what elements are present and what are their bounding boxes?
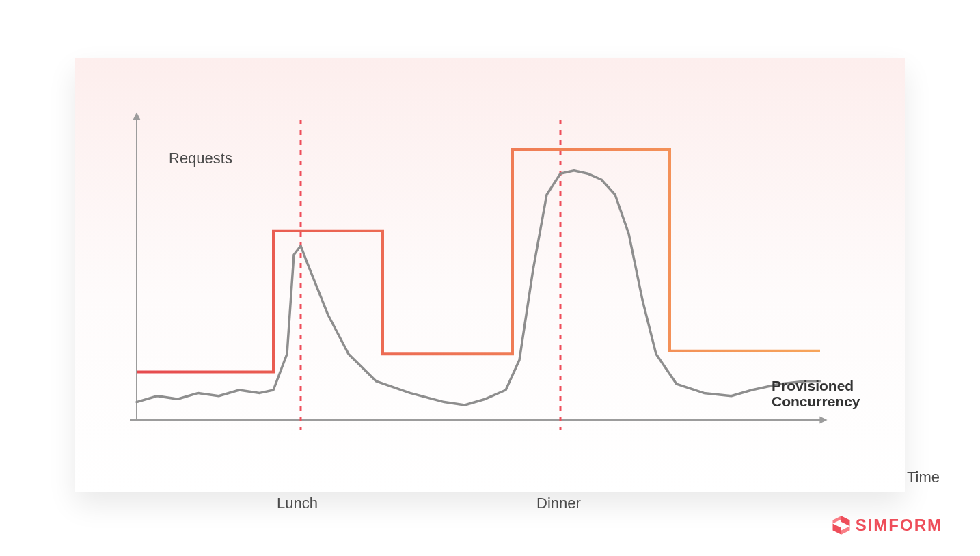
x-axis-label: Time <box>907 469 940 486</box>
provisioned-legend-line2: Concurrency <box>772 393 860 409</box>
brand-logo: SIMFORM <box>831 515 942 536</box>
provisioned-legend-line1: Provisioned <box>772 378 854 393</box>
provisioned-legend: Provisioned Concurrency <box>772 378 895 409</box>
axes <box>130 116 824 420</box>
chart-wrap <box>75 58 905 492</box>
chart-card: Requests Time Lunch Dinner Provisioned C… <box>75 58 905 492</box>
brand-name: SIMFORM <box>856 516 942 535</box>
requests-line <box>137 171 820 405</box>
simform-logo-icon <box>831 515 852 536</box>
annotation-lunch: Lunch <box>277 495 318 512</box>
stage: Requests Time Lunch Dinner Provisioned C… <box>0 0 980 556</box>
annotation-dinner: Dinner <box>536 495 581 512</box>
y-axis-label: Requests <box>169 150 232 167</box>
event-markers <box>301 120 560 430</box>
chart-svg <box>75 58 905 492</box>
provisioned-line <box>137 150 820 372</box>
